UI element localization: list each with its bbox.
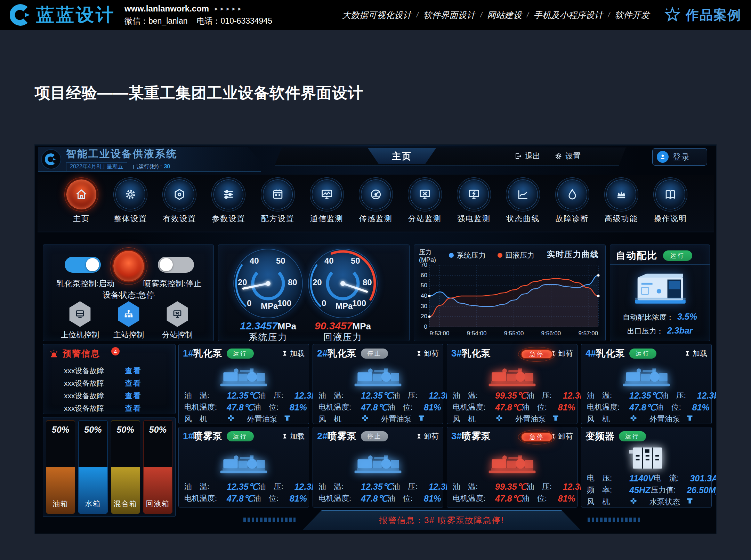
fan-icon <box>227 414 235 422</box>
tank-0: 50%油箱 <box>46 420 75 514</box>
nav-item-website[interactable]: 网站建设 <box>487 9 522 21</box>
page-title: 项目经验——某重工集团工业设备软件界面设计 <box>35 83 363 103</box>
view-link[interactable]: 查看 <box>125 378 142 388</box>
menu-item-9[interactable]: 状态曲线 <box>501 178 544 232</box>
pump-title: 3#乳化泵 <box>451 347 491 360</box>
view-link[interactable]: 查看 <box>125 391 142 401</box>
system-pressure-label: 系统压力 <box>226 331 310 343</box>
avatar <box>657 151 669 163</box>
fan-icon <box>495 414 503 422</box>
water-pump-icon <box>686 497 694 505</box>
menu-item-2[interactable]: 有效设置 <box>158 178 201 232</box>
return-pressure-label: 回液压力 <box>301 331 385 343</box>
dashboard-screenshot: 智能工业设备供液系统 2022年4月8日 星期五 已运行(秒) :30 主页 退… <box>34 144 717 534</box>
tank-level-value: 50% <box>46 425 75 435</box>
menu-item-4[interactable]: 配方设置 <box>256 178 299 232</box>
pump-card-emulsion-2: 2#乳化泵停止卸荷 油 温:12.35℃油 压:12.3bar 电机温度:47.… <box>313 344 443 424</box>
pressure-chart-svg: 02030405060709:53:009:54:009:55:009:56:0… <box>417 262 603 339</box>
spray-pump-toggle[interactable] <box>158 257 194 273</box>
fan-icon <box>361 414 369 422</box>
comm-monitor-icon <box>312 179 342 209</box>
substation-monitor-icon <box>410 179 440 209</box>
pump-card-spray-3: 3#喷雾泵急停卸荷 油 温:99.35℃油 压:12.3bar 电机温度:47.… <box>447 427 578 507</box>
nav-item-bigdata[interactable]: 大数据可视化设计 <box>342 9 412 21</box>
external-pump-icon <box>686 414 694 422</box>
menu-item-0[interactable]: 主页 <box>60 178 103 232</box>
legend-system-pressure: 系统压力 <box>449 250 486 260</box>
status-curve-icon <box>508 179 538 209</box>
settings-button[interactable]: 设置 <box>554 151 581 161</box>
svg-text:70: 70 <box>421 262 427 268</box>
menu-item-7[interactable]: 分站监测 <box>403 178 446 232</box>
dashboard-logo-icon <box>41 149 61 169</box>
exit-button[interactable]: 退出 <box>514 151 540 161</box>
svg-text:50: 50 <box>421 282 427 289</box>
pump-title: 1#喷雾泵 <box>183 430 223 442</box>
status-badge: 停止 <box>361 431 388 441</box>
tank-level-value: 50% <box>144 425 172 435</box>
sliders-icon <box>213 179 243 209</box>
system-title: 智能工业设备供液系统 <box>66 147 177 161</box>
menu-label: 状态曲线 <box>501 214 544 224</box>
tab-home[interactable]: 主页 <box>368 148 436 164</box>
menu-item-8[interactable]: 强电监测 <box>452 178 495 232</box>
login-button[interactable]: 登录 <box>652 148 707 166</box>
tank-gauges: 50%油箱50%水箱50%混合箱50%回液箱 <box>43 417 175 517</box>
menu-bar: 主页整体设置有效设置参数设置配方设置通信监测传感监测分站监测强电监测状态曲线故障… <box>38 175 714 232</box>
svg-text:9:55:00: 9:55:00 <box>504 330 524 337</box>
svg-text:9:53:00: 9:53:00 <box>430 330 450 337</box>
host-control-button[interactable] <box>68 301 91 327</box>
menu-item-10[interactable]: 故障诊断 <box>551 178 594 232</box>
warning-text: xxx设备故障 <box>43 403 125 413</box>
load-state: 加载 <box>282 349 305 358</box>
recipe-icon <box>263 179 293 209</box>
emergency-stop-button[interactable] <box>112 250 145 282</box>
warnings-panel: 预警信息 4 xxx设备故障查看xxx设备故障查看xxx设备故障查看xxx设备故… <box>43 344 176 414</box>
tank-level-value: 50% <box>79 425 107 435</box>
nav-item-software-ui[interactable]: 软件界面设计 <box>423 9 475 21</box>
person-icon <box>659 153 667 161</box>
tank-level-value: 50% <box>111 425 140 435</box>
load-state: 加载 <box>684 349 707 358</box>
substation-control-button[interactable] <box>166 301 189 327</box>
ratio-concentration: 自动配比浓度：3.5% <box>610 312 710 322</box>
nav-item-mobile[interactable]: 手机及小程序设计 <box>533 9 603 21</box>
warning-row-1: xxx设备故障查看 <box>43 377 175 390</box>
top-decor-line <box>35 145 716 145</box>
hexagon-icon <box>164 179 194 209</box>
tank-2: 50%混合箱 <box>111 420 140 514</box>
star-icon <box>663 6 681 24</box>
master-station-control-button[interactable] <box>117 301 140 327</box>
status-badge: 运行 <box>227 349 254 359</box>
warning-text: xxx设备故障 <box>43 378 125 388</box>
menu-item-11[interactable]: 高级功能 <box>600 178 643 232</box>
menu-item-6[interactable]: 传感监测 <box>354 178 397 232</box>
runtime-display: 已运行(秒) :30 <box>133 163 170 170</box>
svg-text:40: 40 <box>421 293 427 299</box>
tank-1: 50%水箱 <box>78 420 107 514</box>
status-badge: 运行 <box>227 431 254 441</box>
warning-list: xxx设备故障查看xxx设备故障查看xxx设备故障查看xxx设备故障查看 <box>43 365 175 415</box>
pump-card-spray-2: 2#喷雾泵停止卸荷 油 温:12.35℃油 压:12.3bar 电机温度:47.… <box>313 427 443 507</box>
sensor-monitor-icon <box>361 179 391 209</box>
emulsion-pump-toggle[interactable] <box>65 257 101 273</box>
pump-card-spray-1: 1#喷雾泵运行加载 油 温:12.35℃油 压:12.3bar 电机温度:47.… <box>178 427 309 507</box>
menu-label: 通信监测 <box>305 214 348 224</box>
menu-item-12[interactable]: 操作说明 <box>649 178 692 232</box>
view-link[interactable]: 查看 <box>125 403 142 413</box>
menu-item-1[interactable]: 整体设置 <box>109 178 152 232</box>
hourglass-icon <box>684 350 691 357</box>
svg-text:9:56:00: 9:56:00 <box>541 330 561 337</box>
pressure-chart-panel: 压力(MPa) 系统压力 回液压力 实时压力曲线 02030405060709:… <box>414 245 606 341</box>
inverter-image <box>581 445 711 472</box>
view-link[interactable]: 查看 <box>125 366 142 376</box>
nav-item-dev[interactable]: 软件开发 <box>615 9 649 21</box>
logo-text: 蓝蓝设计 <box>36 3 115 27</box>
warning-row-2: xxx设备故障查看 <box>43 390 175 402</box>
gear-icon <box>115 179 145 209</box>
ratio-machine-image <box>625 268 695 307</box>
menu-item-5[interactable]: 通信监测 <box>305 178 348 232</box>
status-badge: 运行 <box>629 349 656 359</box>
menu-item-3[interactable]: 参数设置 <box>207 178 250 232</box>
cases-link[interactable]: 作品案例 <box>663 6 741 24</box>
